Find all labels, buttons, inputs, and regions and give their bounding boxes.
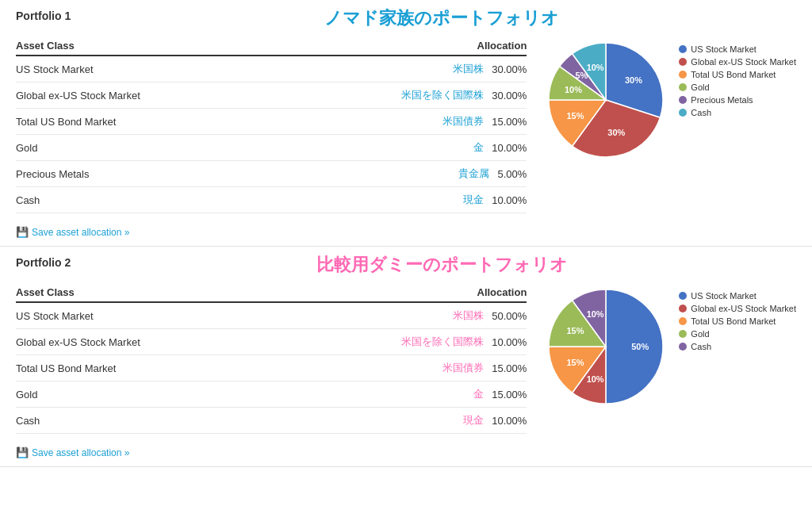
legend-item: Cash (679, 108, 796, 117)
pie-label: 30% (608, 128, 626, 137)
col-allocation-2: Allocation (270, 283, 527, 302)
pie-label: 30% (625, 75, 642, 85)
legend-label: Total US Bond Market (691, 316, 776, 326)
asset-name-cell: Total US Bond Market (16, 109, 270, 135)
legend-dot (679, 83, 687, 91)
allocation-cell: 米国債券15.00% (270, 109, 527, 135)
asset-name-cell: Cash (16, 187, 270, 213)
legend-dot (679, 71, 687, 79)
asset-name-cell: Gold (16, 135, 270, 161)
portfolio1-legend: US Stock MarketGlobal ex-US Stock Market… (679, 36, 796, 117)
jp-label: 米国株 (453, 309, 484, 323)
portfolio1-table-area: Asset Class Allocation US Stock Market米国… (16, 36, 527, 238)
legend-item: US Stock Market (679, 291, 796, 301)
allocation-cell: 米国債券15.00% (270, 355, 527, 381)
allocation-cell: 米国を除く国際株30.00% (270, 82, 527, 109)
table-row: Total US Bond Market米国債券15.00% (16, 109, 527, 135)
alloc-value: 10.00% (492, 194, 527, 206)
legend-item: Gold (679, 82, 796, 92)
legend-item: Global ex-US Stock Market (679, 57, 796, 67)
alloc-value: 5.00% (497, 168, 527, 180)
asset-name-cell: Global ex-US Stock Market (16, 82, 270, 109)
legend-dot (679, 305, 687, 312)
alloc-value: 15.00% (492, 362, 527, 374)
allocation-cell: 米国を除く国際株10.00% (270, 329, 527, 355)
allocation-cell: 米国株30.00% (270, 56, 527, 82)
asset-name-cell: Gold (16, 381, 270, 408)
legend-dot (679, 58, 687, 66)
portfolio2-title: Portfolio 2 (16, 256, 87, 269)
portfolio2-subtitle: 比較用ダミーのポートフォリオ (87, 253, 796, 277)
table-row: Total US Bond Market米国債券15.00% (16, 355, 527, 381)
table-row: Precious Metals貴金属5.00% (16, 161, 527, 187)
allocation-cell: 金15.00% (270, 381, 527, 408)
portfolio1-section: Portfolio 1 ノマド家族のポートフォリオ Asset Class Al… (0, 0, 812, 247)
save-allocation-1-button[interactable]: 💾 Save asset allocation » (16, 226, 129, 238)
allocation-cell: 金10.00% (270, 135, 527, 161)
table-row: Cash現金10.00% (16, 187, 527, 213)
legend-item: Precious Metals (679, 95, 796, 105)
legend-item: Gold (679, 329, 796, 339)
table-row: Global ex-US Stock Market米国を除く国際株10.00% (16, 329, 527, 355)
table-row: Gold金15.00% (16, 381, 527, 408)
portfolio2-table-area: Asset Class Allocation US Stock Market米国… (16, 283, 527, 458)
jp-label: 現金 (463, 193, 484, 207)
legend-item: US Stock Market (679, 44, 796, 54)
portfolio2-pie-chart: 50%10%15%15%10% (542, 283, 669, 410)
legend-dot (679, 343, 687, 351)
legend-item: Global ex-US Stock Market (679, 304, 796, 313)
table-row: Gold金10.00% (16, 135, 527, 161)
legend-item: Total US Bond Market (679, 70, 796, 79)
portfolio1-title: Portfolio 1 (16, 10, 87, 22)
allocation-cell: 貴金属5.00% (270, 161, 527, 187)
portfolio1-subtitle: ノマド家族のポートフォリオ (87, 6, 796, 30)
jp-label: 米国債券 (442, 361, 484, 375)
jp-label: 金 (473, 387, 484, 401)
legend-label: US Stock Market (691, 44, 756, 54)
save-allocation-2-label: Save asset allocation » (32, 447, 129, 458)
portfolio1-table: Asset Class Allocation US Stock Market米国… (16, 36, 527, 213)
pie-label: 15% (567, 326, 584, 335)
asset-name-cell: Cash (16, 408, 270, 434)
legend-item: Total US Bond Market (679, 316, 796, 326)
legend-label: Global ex-US Stock Market (691, 304, 796, 313)
portfolio2-table: Asset Class Allocation US Stock Market米国… (16, 283, 527, 434)
pie-label: 15% (567, 358, 584, 367)
pie-label: 50% (632, 342, 649, 351)
portfolio2-legend: US Stock MarketGlobal ex-US Stock Market… (679, 283, 796, 351)
legend-label: Gold (691, 82, 709, 92)
save-icon-1: 💾 (16, 226, 29, 238)
legend-dot (679, 292, 687, 300)
save-icon-2: 💾 (16, 447, 29, 458)
alloc-value: 10.00% (492, 142, 527, 154)
table-row: US Stock Market米国株30.00% (16, 56, 527, 82)
jp-label: 貴金属 (458, 167, 489, 181)
legend-label: Cash (691, 342, 711, 351)
legend-label: US Stock Market (691, 291, 756, 301)
table-row: Cash現金10.00% (16, 408, 527, 434)
save-allocation-2-button[interactable]: 💾 Save asset allocation » (16, 447, 129, 458)
table-row: Global ex-US Stock Market米国を除く国際株30.00% (16, 82, 527, 109)
col-allocation-1: Allocation (270, 36, 527, 56)
portfolio2-chart-area: 50%10%15%15%10% US Stock MarketGlobal ex… (542, 283, 796, 410)
alloc-value: 10.00% (492, 336, 527, 348)
alloc-value: 30.00% (492, 63, 527, 75)
alloc-value: 10.00% (492, 415, 527, 427)
pie-label: 10% (587, 309, 604, 319)
jp-label: 現金 (463, 413, 484, 427)
alloc-value: 30.00% (492, 90, 527, 102)
jp-label: 米国を除く国際株 (401, 335, 484, 349)
table-row: US Stock Market米国株50.00% (16, 302, 527, 329)
pie-label: 10% (587, 374, 604, 384)
alloc-value: 50.00% (492, 310, 527, 322)
allocation-cell: 現金10.00% (270, 187, 527, 213)
portfolio1-chart-area: 30%30%15%10%5%10% US Stock MarketGlobal … (542, 36, 796, 163)
asset-name-cell: US Stock Market (16, 56, 270, 82)
col-asset-class-1: Asset Class (16, 36, 270, 56)
asset-name-cell: US Stock Market (16, 302, 270, 329)
legend-label: Total US Bond Market (691, 70, 776, 79)
allocation-cell: 米国株50.00% (270, 302, 527, 329)
legend-label: Global ex-US Stock Market (691, 57, 796, 67)
legend-dot (679, 45, 687, 53)
legend-item: Cash (679, 342, 796, 351)
